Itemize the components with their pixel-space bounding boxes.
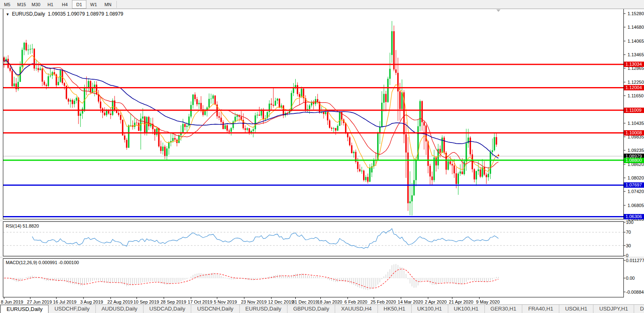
- price-axis-label: 1.06805: [628, 203, 644, 208]
- price-axis-label: 1.10435: [628, 121, 644, 126]
- timeframe-button-M5[interactable]: M5: [0, 0, 14, 9]
- macd-axis-label: 0.011277: [626, 258, 644, 263]
- timeframe-buttons: M5M15M30H1H4D1W1MN: [0, 0, 115, 9]
- price-level-label: 1.08800: [624, 158, 644, 163]
- price-axis-label: 1.08020: [628, 175, 644, 180]
- time-axis-label: 21 Apr 2020: [449, 299, 473, 304]
- price-axis-label: 1.15280: [628, 11, 644, 16]
- price-level-label: 1.06306: [624, 214, 644, 219]
- time-axis-label: 16 Jul 2019: [53, 299, 76, 304]
- time-axis-label: 17 Oct 2019: [188, 299, 212, 304]
- rsi-axis-label: 0: [626, 253, 628, 258]
- macd-axis-label: -0.008845: [626, 290, 644, 295]
- timeframe-button-D1[interactable]: D1: [72, 0, 86, 9]
- timeframe-button-M15[interactable]: M15: [14, 0, 29, 9]
- chart-tab-HK50-H1[interactable]: HK50,H1: [378, 305, 412, 313]
- time-axis-label: 8 Jun 2019: [1, 299, 23, 304]
- chart-symbol-label: EURUSD,Daily: [12, 11, 45, 17]
- rsi-axis-label: 100: [626, 220, 633, 225]
- time-axis-label: 25 Feb 2020: [371, 299, 396, 304]
- timeframe-button-H4[interactable]: H4: [58, 0, 72, 9]
- chart-tab-GER30-H1[interactable]: GER30,H1: [485, 305, 523, 313]
- price-axis-label: 1.14065: [628, 39, 644, 44]
- chart-tab-bar: EURUSD,DailyUSDCHF,DailyAUDUSD,DailyUSDC…: [0, 304, 644, 313]
- chart-tab-USOil-H1[interactable]: USOil,H1: [559, 305, 593, 313]
- chart-tab-USDJPY-H1[interactable]: USDJPY,H1: [593, 305, 634, 313]
- timeframe-button-H1[interactable]: H1: [43, 0, 58, 9]
- timeframe-toolbar: M5M15M30H1H4D1W1MN: [0, 0, 644, 9]
- rsi-indicator-label: RSI(14) 51.8820: [6, 223, 39, 228]
- chart-ohlc-values: 1.09035 1.09079 1.08979 1.08979: [48, 11, 123, 17]
- chart-tab-USDCAD-Daily[interactable]: USDCAD,Daily: [144, 305, 191, 313]
- time-axis-label: 6 Feb 2020: [345, 299, 368, 304]
- price-axis-label: 1.14680: [628, 25, 644, 30]
- chart-tab-AUDUSD-Daily[interactable]: AUDUSD,Daily: [96, 305, 144, 313]
- chart-tab-UK100-H1[interactable]: UK100,H1: [448, 305, 485, 313]
- macd-panel[interactable]: [3, 259, 623, 297]
- trading-terminal-window: M5M15M30H1H4D1W1MN ▼EURUSD,Daily 1.09035…: [0, 0, 644, 313]
- timeframe-button-W1[interactable]: W1: [86, 0, 101, 9]
- time-axis-label: 22 Aug 2019: [107, 299, 133, 304]
- chart-title: ▼EURUSD,Daily 1.09035 1.09079 1.08979 1.…: [6, 11, 123, 17]
- time-axis-label: 23 Nov 2019: [241, 299, 266, 304]
- main-chart-panel[interactable]: [3, 9, 623, 219]
- price-axis-label: 1.09235: [628, 148, 644, 153]
- chart-tab-FRA40-H1[interactable]: FRA40,H1: [522, 305, 559, 313]
- time-axis-label: 14 Mar 2020: [398, 299, 423, 304]
- price-axis-label: 1.11650: [628, 93, 644, 98]
- price-level-label: 1.07697: [624, 182, 644, 188]
- timeframe-button-MN[interactable]: MN: [101, 0, 115, 9]
- time-axis-label: 5 Nov 2019: [214, 299, 237, 304]
- chart-tab-USDCNH-Daily[interactable]: USDCNH,Daily: [191, 305, 239, 313]
- price-level-label: 1.13034: [624, 62, 644, 67]
- time-axis-label: 9 May 2020: [476, 299, 500, 304]
- time-axis-label: 28 Sep 2019: [160, 299, 186, 304]
- chart-tabs: EURUSD,DailyUSDCHF,DailyAUDUSD,DailyUSDC…: [0, 305, 644, 313]
- macd-axis-label: 0.00: [626, 276, 635, 281]
- time-axis-label: 18 Jan 2020: [317, 299, 343, 304]
- time-axis-label: 10 Sep 2019: [133, 299, 159, 304]
- chart-tab-EURUSD-Daily[interactable]: EURUSD,Daily: [0, 305, 49, 313]
- price-level-label: 1.10008: [624, 130, 644, 136]
- time-axis-label: 2 Apr 2020: [425, 299, 447, 304]
- chart-tab-USDCHF-Daily[interactable]: USDCHF,Daily: [49, 305, 95, 313]
- price-axis-label: 1.07420: [628, 189, 644, 194]
- chart-tab-UK100-H1[interactable]: UK100,H1: [412, 305, 448, 313]
- chart-tab-GBPUSD-Daily[interactable]: GBPUSD,Daily: [287, 305, 335, 313]
- chart-tab-EURUSD-Daily[interactable]: EURUSD,Daily: [240, 305, 287, 313]
- time-axis-label: 31 Dec 2019: [292, 299, 317, 304]
- price-axis-label: 1.13465: [628, 52, 644, 57]
- price-level-label: 1.12004: [624, 85, 644, 90]
- price-level-label: 1.11009: [624, 108, 644, 113]
- rsi-axis-label: 70: [626, 230, 631, 235]
- time-axis-label: 27 Jun 2019: [27, 299, 52, 304]
- symbol-dropdown-icon[interactable]: ▼: [6, 12, 9, 16]
- macd-indicator-label: MACD(12,26,9) 0.000991 -0.000100: [6, 260, 79, 265]
- time-axis-label: 12 Dec 2019: [268, 299, 294, 304]
- timeframe-button-M30[interactable]: M30: [29, 0, 43, 9]
- rsi-panel[interactable]: [3, 222, 623, 256]
- time-axis-label: 3 Aug 2019: [80, 299, 103, 304]
- chart-tab-DJ30-Daily[interactable]: DJ30,Daily: [634, 305, 644, 313]
- rsi-axis-label: 30: [626, 243, 631, 248]
- chart-tab-XAUUSD-H4[interactable]: XAUUSD,H4: [335, 305, 378, 313]
- price-axis-label: 1.12250: [628, 80, 644, 85]
- toolbar-separator: [116, 1, 117, 8]
